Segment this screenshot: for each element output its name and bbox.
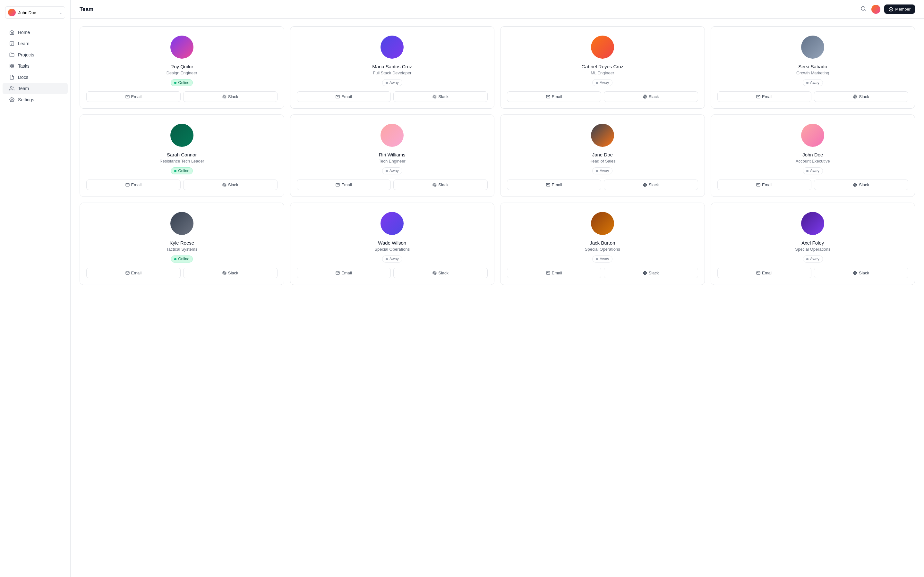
slack-button[interactable]: Slack [814, 91, 908, 102]
member-name: Axel Foley [801, 240, 824, 245]
member-card: Jane Doe Head of Sales Away Email [500, 114, 705, 197]
email-button[interactable]: Email [86, 179, 181, 190]
sidebar-item-projects[interactable]: Projects [3, 49, 68, 60]
status-badge: Online [171, 79, 193, 86]
slack-button[interactable]: Slack [814, 268, 908, 278]
status-label: Away [810, 257, 819, 261]
slack-label: Slack [649, 182, 659, 187]
learn-icon [9, 41, 15, 47]
card-actions: Email Slack [297, 268, 488, 278]
email-button[interactable]: Email [507, 268, 601, 278]
email-button[interactable]: Email [507, 179, 601, 190]
add-member-button[interactable]: Member [884, 5, 915, 14]
email-button[interactable]: Email [297, 268, 391, 278]
slack-button[interactable]: Slack [814, 179, 908, 190]
page-title: Team [79, 6, 94, 13]
email-button[interactable]: Email [297, 179, 391, 190]
slack-button[interactable]: Slack [393, 91, 488, 102]
email-button[interactable]: Email [86, 91, 181, 102]
slack-button[interactable]: Slack [183, 179, 278, 190]
sidebar-item-home[interactable]: Home [3, 27, 68, 38]
email-label: Email [341, 182, 352, 187]
slack-button[interactable]: Slack [183, 268, 278, 278]
email-button[interactable]: Email [717, 91, 812, 102]
email-button[interactable]: Email [717, 179, 812, 190]
status-badge: Away [592, 255, 612, 263]
member-role: Tactical Systems [166, 247, 197, 251]
slack-button[interactable]: Slack [604, 179, 698, 190]
workspace-icon [8, 9, 16, 16]
member-avatar [170, 35, 194, 59]
member-role: ML Engineer [591, 71, 614, 75]
slack-label: Slack [438, 182, 449, 187]
status-dot [174, 258, 176, 260]
status-label: Away [389, 81, 399, 85]
card-actions: Email Slack [507, 91, 698, 102]
member-card: Kyle Reese Tactical Systems Online Email [79, 203, 284, 285]
status-label: Away [810, 169, 819, 173]
status-label: Online [178, 81, 189, 85]
status-label: Away [810, 81, 819, 85]
slack-button[interactable]: Slack [604, 91, 698, 102]
email-label: Email [552, 271, 562, 276]
email-button[interactable]: Email [507, 91, 601, 102]
svg-rect-7 [10, 66, 11, 68]
member-name: Riri Williams [379, 152, 405, 157]
email-button[interactable]: Email [717, 268, 812, 278]
user-avatar[interactable] [871, 5, 880, 14]
sidebar-item-settings[interactable]: Settings [3, 94, 68, 105]
sidebar-item-team[interactable]: Team [3, 83, 68, 94]
projects-icon [9, 52, 15, 58]
email-label: Email [341, 271, 352, 276]
status-label: Away [389, 257, 399, 261]
main-content: Team Member Roy Quilor Design Engineer O… [71, 0, 924, 577]
sidebar-item-tasks[interactable]: Tasks [3, 61, 68, 71]
slack-button[interactable]: Slack [183, 91, 278, 102]
slack-button[interactable]: Slack [393, 268, 488, 278]
member-role: Full Stack Developer [373, 71, 411, 75]
slack-label: Slack [228, 182, 238, 187]
card-actions: Email Slack [86, 179, 278, 190]
member-role: Resistance Tech Leader [160, 159, 204, 163]
member-name: Maria Santos Cruz [372, 64, 412, 69]
settings-icon [9, 97, 15, 103]
status-badge: Away [803, 167, 823, 174]
slack-button[interactable]: Slack [604, 268, 698, 278]
slack-button[interactable]: Slack [393, 179, 488, 190]
email-label: Email [762, 94, 772, 99]
main-header: Team Member [71, 0, 924, 19]
member-avatar [801, 212, 824, 235]
sidebar-item-docs[interactable]: Docs [3, 72, 68, 83]
sidebar-item-label-tasks: Tasks [18, 63, 29, 69]
member-role: Special Operations [375, 247, 410, 251]
member-role: Design Engineer [166, 71, 197, 75]
workspace-selector[interactable]: John Doe ⌄ [5, 6, 65, 19]
email-label: Email [131, 182, 142, 187]
member-avatar [170, 212, 194, 235]
email-button[interactable]: Email [297, 91, 391, 102]
slack-label: Slack [649, 271, 659, 276]
member-name: Gabriel Reyes Cruz [582, 64, 624, 69]
status-dot [596, 258, 598, 260]
member-role: Growth Marketing [796, 71, 829, 75]
status-badge: Away [803, 255, 823, 263]
card-actions: Email Slack [507, 179, 698, 190]
member-avatar [381, 35, 404, 59]
tasks-icon [9, 63, 15, 69]
member-card: Maria Santos Cruz Full Stack Developer A… [290, 26, 495, 109]
sidebar-header: John Doe ⌄ [0, 4, 70, 24]
card-actions: Email Slack [717, 91, 909, 102]
sidebar-item-learn[interactable]: Learn [3, 38, 68, 49]
member-card: Sarah Connor Resistance Tech Leader Onli… [79, 114, 284, 197]
svg-rect-6 [12, 66, 14, 68]
sidebar-item-label-settings: Settings [18, 97, 34, 102]
member-card: Wade Wilson Special Operations Away Emai… [290, 203, 495, 285]
svg-point-10 [861, 6, 865, 10]
status-dot [806, 82, 809, 84]
email-button[interactable]: Email [86, 268, 181, 278]
email-label: Email [341, 94, 352, 99]
member-name: Wade Wilson [378, 240, 406, 245]
search-button[interactable] [859, 5, 867, 14]
member-card: Axel Foley Special Operations Away Email [711, 203, 915, 285]
svg-point-9 [11, 99, 13, 100]
